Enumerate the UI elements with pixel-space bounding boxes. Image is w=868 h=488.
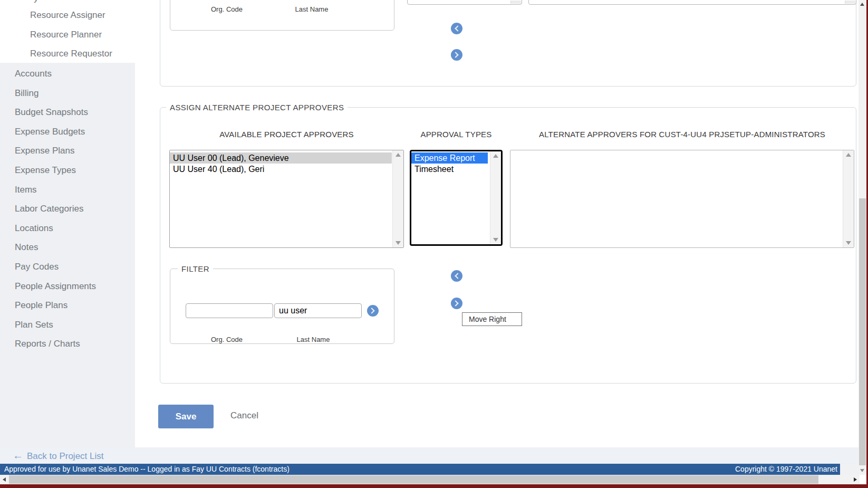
sidebar-item[interactable]: Billing xyxy=(0,84,135,103)
listbox-option[interactable]: UU User 00 (Lead), Genevieve xyxy=(170,152,392,164)
window-edge-bottom xyxy=(0,484,868,488)
chevron-right-icon xyxy=(452,52,458,58)
available-approvers-options: UU User 00 (Lead), GenevieveUU User 40 (… xyxy=(170,150,403,175)
sidebar-upper-group: y Resource AssignerResource PlannerResou… xyxy=(0,0,135,63)
move-right-tooltip: Move Right xyxy=(462,312,522,326)
scroll-up-icon[interactable] xyxy=(493,154,498,158)
chevron-left-icon xyxy=(455,25,460,31)
scroll-right-icon xyxy=(854,477,857,482)
sidebar-item[interactable]: Expense Types xyxy=(0,161,135,180)
status-bar: Approved for use by Unanet Sales Demo --… xyxy=(0,464,840,475)
sidebar-item[interactable]: Budget Snapshots xyxy=(0,103,135,122)
top-last-name-label: Last Name xyxy=(285,5,338,13)
sidebar-item[interactable]: Expense Budgets xyxy=(0,122,135,142)
top-approval-types-listbox[interactable] xyxy=(407,0,522,5)
sidebar-item[interactable]: Reports / Charts xyxy=(0,334,135,354)
scroll-up-icon xyxy=(860,3,864,6)
top-move-right-button[interactable] xyxy=(451,49,462,61)
approval-types-listbox[interactable]: Expense ReportTimesheet xyxy=(410,150,503,246)
top-move-left-button[interactable] xyxy=(451,23,462,34)
scroll-left-button[interactable] xyxy=(0,475,9,484)
chevron-right-icon xyxy=(452,300,458,306)
sidebar-sub-item[interactable]: Resource Assigner xyxy=(0,6,135,25)
sidebar-item[interactable]: People Assignments xyxy=(0,277,135,296)
cancel-link[interactable]: Cancel xyxy=(230,410,258,421)
scroll-down-icon xyxy=(860,469,864,472)
filter-legend: FILTER xyxy=(178,264,213,273)
approval-types-options: Expense ReportTimesheet xyxy=(411,151,501,175)
status-bar-corner xyxy=(840,464,859,475)
back-link-strip xyxy=(0,447,859,464)
top-alternate-approvers-listbox[interactable] xyxy=(528,0,856,5)
alternate-approvers-header: ALTERNATE APPROVERS FOR CUST-4-UU4 PRJSE… xyxy=(510,130,854,139)
chevron-right-icon xyxy=(369,308,374,313)
left-arrow-icon: ← xyxy=(13,449,23,461)
sidebar-item[interactable]: Notes xyxy=(0,238,135,257)
listbox-option[interactable]: Timesheet xyxy=(411,164,488,175)
listbox-option[interactable]: Expense Report xyxy=(411,152,488,164)
sidebar-item[interactable]: Accounts xyxy=(0,64,135,84)
scroll-left-icon xyxy=(3,477,6,482)
available-approvers-header: AVAILABLE PROJECT APPROVERS xyxy=(169,130,404,139)
last-name-label: Last Name xyxy=(287,336,340,343)
listbox-scrollbar[interactable] xyxy=(843,150,854,247)
sidebar-sub-item[interactable]: Resource Planner xyxy=(0,25,135,45)
back-to-project-list-link[interactable]: ←Back to Project List xyxy=(13,449,104,462)
scroll-up-icon[interactable] xyxy=(396,153,401,157)
clipped-sidebar-item-fragment: y xyxy=(34,0,38,4)
status-bar-text: Approved for use by Unanet Sales Demo --… xyxy=(4,464,290,475)
last-name-input[interactable] xyxy=(274,303,362,318)
top-listbox-scrollbar[interactable] xyxy=(510,1,521,4)
copyright-text: Copyright © 1997-2021 Unanet xyxy=(735,464,837,475)
move-left-button[interactable] xyxy=(451,270,462,282)
listbox-scrollbar[interactable] xyxy=(392,150,403,247)
listbox-scrollbar[interactable] xyxy=(490,151,501,244)
sidebar-item[interactable]: Labor Categories xyxy=(0,199,135,219)
horizontal-scrollbar[interactable] xyxy=(0,475,860,484)
scroll-down-button[interactable] xyxy=(859,466,866,475)
sidebar-item[interactable]: Expense Plans xyxy=(0,141,135,161)
vertical-scrollbar-thumb[interactable] xyxy=(859,198,866,465)
horizontal-scrollbar-thumb[interactable] xyxy=(9,475,818,484)
alternate-approvers-listbox[interactable] xyxy=(510,150,854,248)
sidebar-sub-item[interactable]: Resource Requestor xyxy=(0,44,135,63)
section-legend: ASSIGN ALTERNATE PROJECT APPROVERS xyxy=(166,103,348,112)
back-link-label: Back to Project List xyxy=(27,451,104,461)
top-listbox-scrollbar[interactable] xyxy=(845,1,855,4)
scroll-down-icon[interactable] xyxy=(493,238,498,242)
listbox-option[interactable]: UU User 40 (Lead), Geri xyxy=(170,164,392,175)
sidebar-item[interactable]: Pay Codes xyxy=(0,257,135,277)
sidebar-admin-items: AccountsBillingBudget SnapshotsExpense B… xyxy=(0,63,135,447)
scroll-down-icon[interactable] xyxy=(846,241,851,245)
move-right-button[interactable] xyxy=(451,298,462,309)
scroll-up-icon[interactable] xyxy=(846,153,851,157)
approval-types-header: APPROVAL TYPES xyxy=(410,130,503,139)
top-filter-box xyxy=(170,0,394,31)
save-button[interactable]: Save xyxy=(158,405,214,428)
chevron-left-icon xyxy=(455,273,460,279)
sidebar-item[interactable]: Locations xyxy=(0,219,135,238)
filter-go-button[interactable] xyxy=(367,305,379,317)
org-code-label: Org. Code xyxy=(200,336,253,343)
sidebar-item[interactable]: People Plans xyxy=(0,296,135,315)
unanet-admin-screen: y Resource AssignerResource PlannerResou… xyxy=(0,0,868,488)
sidebar-sub-items: Resource AssignerResource PlannerResourc… xyxy=(0,0,135,63)
sidebar-item[interactable]: Items xyxy=(0,180,135,200)
org-code-input[interactable] xyxy=(186,303,273,318)
scroll-right-button[interactable] xyxy=(851,475,860,484)
available-approvers-listbox[interactable]: UU User 00 (Lead), GenevieveUU User 40 (… xyxy=(169,150,404,248)
vertical-scrollbar[interactable] xyxy=(859,0,866,475)
scroll-down-icon[interactable] xyxy=(396,241,401,245)
scroll-up-button[interactable] xyxy=(859,0,866,9)
sidebar-item[interactable]: Plan Sets xyxy=(0,315,135,335)
top-org-code-label: Org. Code xyxy=(200,5,253,13)
